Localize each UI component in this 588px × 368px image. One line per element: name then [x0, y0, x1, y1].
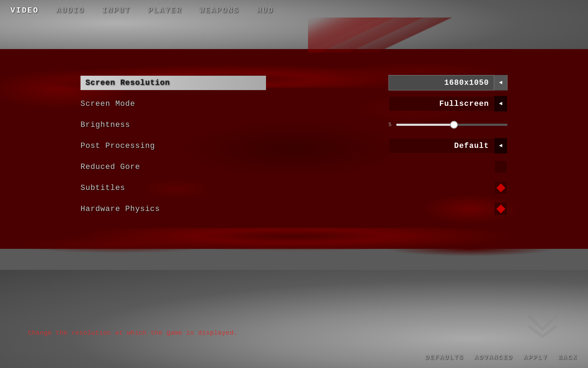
- checkbox-4[interactable]: [494, 160, 507, 173]
- slider-2[interactable]: 5: [388, 122, 507, 128]
- dropdown-value-1: Fullscreen: [389, 100, 494, 108]
- setting-control-2: 5: [266, 122, 507, 128]
- setting-control-0: 588x368◄: [266, 75, 507, 90]
- setting-row-1: Screen ModeFullscreen◄: [80, 95, 507, 113]
- setting-row-0: Screen Resolution1680x1050◄: [80, 74, 507, 92]
- bottom-btn-apply[interactable]: APPLY: [524, 354, 548, 361]
- nav-item-video[interactable]: VIDEO: [10, 6, 39, 15]
- bottom-btn-defaults[interactable]: DEFAULTS: [425, 354, 464, 361]
- slider-thumb[interactable]: [450, 121, 458, 129]
- dropdown-arrow-1[interactable]: ◄: [494, 96, 507, 111]
- setting-label-0: Screen Resolution: [80, 76, 266, 90]
- bottom-buttons: DEFAULTSADVANCEDAPPLYBACK: [425, 354, 578, 361]
- dropdown-1[interactable]: Fullscreen◄: [388, 96, 507, 111]
- diamond-icon-5: [496, 183, 505, 192]
- status-bar: Change the resolution at which the game …: [28, 329, 238, 336]
- setting-control-4: [266, 160, 507, 173]
- setting-control-1: Fullscreen◄: [266, 96, 507, 111]
- setting-label-3: Post Processing: [80, 142, 266, 150]
- nav-item-audio[interactable]: AUDIO: [56, 6, 85, 15]
- diamond-checkbox-6[interactable]: [494, 202, 507, 216]
- slider-track[interactable]: [396, 124, 507, 126]
- dropdown-3[interactable]: Default◄: [388, 138, 507, 154]
- setting-row-4: Reduced Gore: [80, 158, 507, 176]
- dropdown-arrow-0[interactable]: ◄: [494, 75, 507, 90]
- dropdown-arrow-3[interactable]: ◄: [494, 138, 507, 154]
- dropdown-value-0: 588x368: [389, 79, 494, 87]
- diamond-icon-6: [496, 204, 505, 213]
- background-bottom: [0, 270, 588, 368]
- setting-row-3: Post ProcessingDefault◄: [80, 137, 507, 155]
- setting-label-5: Subtitles: [80, 184, 266, 192]
- dropdown-value-3: Default: [389, 142, 494, 150]
- setting-row-5: Subtitles: [80, 179, 507, 197]
- nav-item-player[interactable]: PLAYER: [148, 6, 182, 15]
- slider-min-label: 5: [388, 122, 393, 128]
- nav-item-input[interactable]: INPUT: [102, 6, 131, 15]
- setting-label-6: Hardware Physics: [80, 205, 266, 213]
- bottom-btn-advanced[interactable]: ADVANCED: [474, 354, 513, 361]
- setting-control-3: Default◄: [266, 138, 507, 154]
- setting-label-4: Reduced Gore: [80, 163, 266, 171]
- setting-control-6: [266, 202, 507, 216]
- setting-label-2: Brightness: [80, 121, 266, 129]
- help-text: Change the resolution at which the game …: [28, 329, 238, 336]
- setting-row-6: Hardware Physics: [80, 200, 507, 218]
- splash-bottom: [0, 228, 588, 270]
- nav-item-hud[interactable]: HUD: [257, 6, 274, 15]
- diamond-checkbox-5[interactable]: [494, 181, 507, 195]
- nav-item-weapons[interactable]: WEAPONS: [200, 6, 239, 15]
- setting-control-5: [266, 181, 507, 195]
- nav-bar: VIDEOAUDIOINPUTPLAYERWEAPONSHUD: [0, 0, 588, 21]
- chevron-decoration: [525, 312, 560, 340]
- setting-label-1: Screen Mode: [80, 100, 266, 108]
- bottom-btn-back[interactable]: BACK: [558, 354, 578, 361]
- dropdown-0[interactable]: 588x368◄: [388, 75, 507, 90]
- settings-panel: Screen Resolution1680x1050◄Screen ModeFu…: [80, 74, 507, 221]
- setting-row-2: Brightness5: [80, 116, 507, 134]
